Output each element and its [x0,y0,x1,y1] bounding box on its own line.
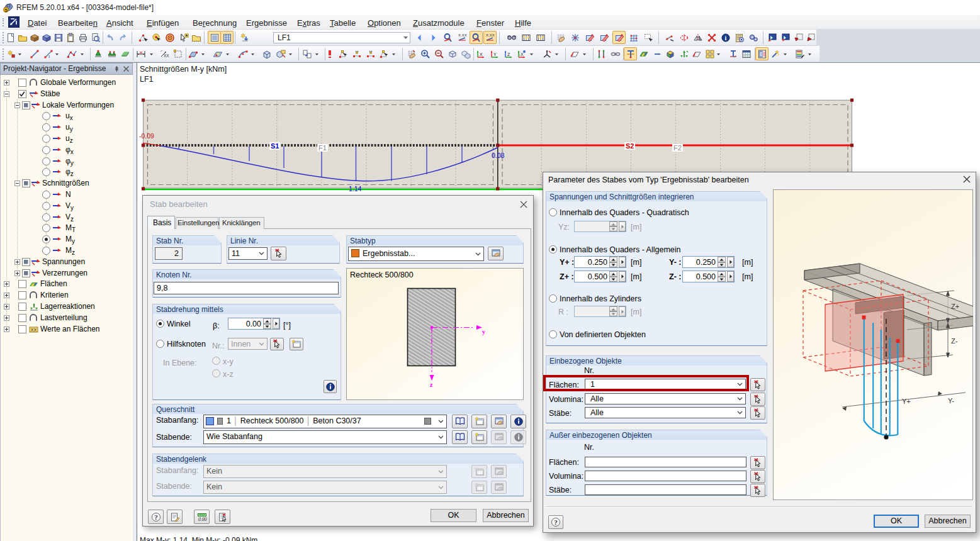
svg-text:Z+: Z+ [951,303,959,310]
svg-text:X.XX: X.XX [486,33,495,37]
svg-text:I: I [48,54,50,59]
svg-text:?: ? [554,518,558,526]
svg-text:0.00: 0.00 [198,516,206,521]
svg-text:5: 5 [4,8,8,13]
svg-text:z: z [430,381,433,388]
svg-text:X: X [480,52,483,57]
svg-text:Z-: Z- [951,337,958,345]
svg-text:XX: XX [30,327,37,333]
svg-text:X.XX: X.XX [458,33,467,37]
svg-text:Z: Z [507,52,510,57]
svg-text:Y: Y [493,52,497,57]
svg-text:XX: XX [164,53,169,58]
svg-text:y: y [482,328,485,335]
svg-text:Y-: Y- [948,397,954,404]
svg-text:-X: -X [519,52,524,57]
svg-text:i: i [725,35,727,42]
svg-text:Y+: Y+ [902,398,911,405]
svg-text:?: ? [154,513,158,521]
